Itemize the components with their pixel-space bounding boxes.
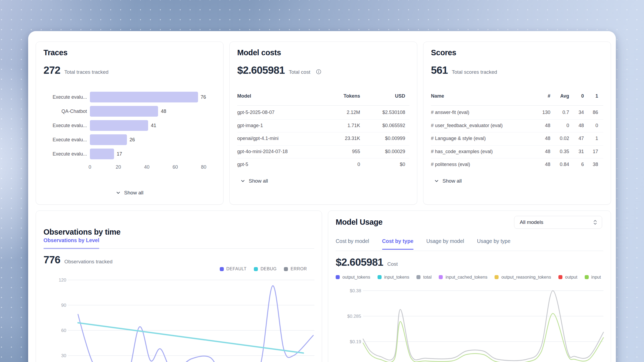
legend-item: DEFAULT xyxy=(220,267,247,271)
table-row[interactable]: gpt-5 0 $0 xyxy=(230,158,417,171)
legend-color-chip xyxy=(439,275,443,279)
model-costs-card: Model costs $2.605981 Total cost Model T… xyxy=(229,42,417,205)
svg-text:30: 30 xyxy=(61,353,66,358)
cell-one: 38 xyxy=(593,162,598,167)
cell-name: # answer-fit (eval) xyxy=(431,110,469,115)
observations-card: Observations by time Observations by Lev… xyxy=(36,210,322,362)
legend-color-chip xyxy=(284,267,288,271)
tabs-divider xyxy=(336,251,603,251)
model-filter-value: All models xyxy=(520,219,543,225)
cell-zero: 47 xyxy=(579,136,584,141)
costs-header-usd: USD xyxy=(395,93,405,99)
model-usage-tabs: Cost by model Cost by type Usage by mode… xyxy=(336,238,603,249)
tab-observations-by-level[interactable]: Observations by Level xyxy=(43,237,99,248)
model-filter-select[interactable]: All models xyxy=(514,216,602,229)
cell-model: gpt-image-1 xyxy=(237,123,263,128)
show-all-label: Show all xyxy=(442,178,462,184)
legend-item: ERROR xyxy=(284,267,307,271)
svg-text:$0.38: $0.38 xyxy=(350,289,361,293)
cell-model: gpt-5 xyxy=(237,162,248,167)
bar-category-label: Execute evalu... xyxy=(43,120,87,131)
model-usage-total-label: Cost xyxy=(387,261,398,267)
chevron-down-icon xyxy=(240,179,245,183)
svg-text:120: 120 xyxy=(59,278,66,283)
traces-total-label: Total traces tracked xyxy=(64,69,109,75)
scores-total-label: Total scores tracked xyxy=(452,69,497,75)
svg-text:$0.285: $0.285 xyxy=(347,314,361,319)
cell-one: 86 xyxy=(593,110,598,115)
info-icon[interactable] xyxy=(316,69,321,75)
legend-color-chip xyxy=(558,275,562,279)
bar xyxy=(90,106,158,117)
show-all-label: Show all xyxy=(249,178,268,184)
costs-show-all-button[interactable]: Show all xyxy=(240,177,268,185)
chevron-down-icon xyxy=(434,179,439,183)
table-row[interactable]: # politeness (eval) 48 0.84 6 38 xyxy=(423,158,611,171)
cell-avg: 0.35 xyxy=(560,149,569,154)
cell-avg: 0.02 xyxy=(560,136,569,141)
observations-legend: DEFAULT DEBUG ERROR xyxy=(220,265,314,273)
bar xyxy=(90,134,127,145)
cell-tokens: 955 xyxy=(352,149,360,154)
scores-header-count: # xyxy=(548,93,550,99)
table-row[interactable]: openai/gpt-4.1-mini 23.31K $0.00999 xyxy=(230,132,417,145)
tab[interactable]: Cost by model xyxy=(336,238,369,249)
row-divider xyxy=(431,119,603,120)
legend-item: input_cached_tokens xyxy=(439,275,487,280)
legend-color-chip xyxy=(495,275,499,279)
svg-text:60: 60 xyxy=(61,328,66,333)
table-row[interactable]: # has_code_examples (eval) 48 0.35 31 17 xyxy=(423,145,611,158)
tab[interactable]: Usage by model xyxy=(426,238,464,249)
bar xyxy=(90,92,198,102)
scores-show-all-button[interactable]: Show all xyxy=(434,177,462,185)
model-usage-total: $2.605981 xyxy=(336,256,383,268)
table-row[interactable]: # answer-fit (eval) 130 0.7 34 86 xyxy=(423,106,611,119)
bar-value-label: 26 xyxy=(130,134,135,145)
legend-item: input_tokens xyxy=(378,275,409,280)
cell-one: 1 xyxy=(595,136,598,141)
cell-count: 48 xyxy=(545,149,550,154)
cell-usd: $0 xyxy=(400,162,405,167)
table-row[interactable]: gpt-4o-mini-2024-07-18 955 $0.00029 xyxy=(230,145,417,158)
cell-tokens: 23.31K xyxy=(345,136,360,141)
legend-color-chip xyxy=(220,267,224,271)
row-divider xyxy=(237,119,409,120)
legend-item: total xyxy=(416,275,431,280)
legend-item: output xyxy=(558,275,577,280)
model-costs-title: Model costs xyxy=(237,48,281,57)
model-usage-legend: output_tokens input_tokens total input_c… xyxy=(336,273,611,281)
legend-label: input_tokens xyxy=(384,275,409,280)
tab[interactable]: Cost by type xyxy=(382,238,414,249)
table-row[interactable]: # user_feedback_evaluator (eval) 48 0 48… xyxy=(423,119,611,132)
legend-label: input xyxy=(591,275,601,280)
scores-header-name: Name xyxy=(431,93,444,99)
model-costs-total-label: Total cost xyxy=(289,69,310,75)
cell-zero: 34 xyxy=(579,110,584,115)
model-costs-total: $2.605981 xyxy=(237,64,285,76)
table-row[interactable]: gpt-5-2025-08-07 2.12M $2.530108 xyxy=(230,106,417,119)
cell-name: # has_code_examples (eval) xyxy=(431,149,493,154)
traces-stat: 272 Total traces tracked xyxy=(43,64,108,76)
cell-name: # Language & style (eval) xyxy=(431,136,486,141)
scores-header-avg: Avg xyxy=(560,93,569,99)
traces-show-all-button[interactable]: Show all xyxy=(116,189,144,197)
table-row[interactable]: gpt-image-1 1.71K $0.065592 xyxy=(230,119,417,132)
costs-header-model: Model xyxy=(237,93,251,99)
x-axis-tick: 20 xyxy=(116,164,121,170)
legend-item: DEBUG xyxy=(254,267,277,271)
costs-table-header: Model Tokens USD xyxy=(230,93,417,101)
legend-item: output_reasoning_tokens xyxy=(495,275,551,280)
table-row[interactable]: # Language & style (eval) 48 0.02 47 1 xyxy=(423,132,611,145)
model-usage-title: Model Usage xyxy=(336,218,382,227)
cell-one: 17 xyxy=(593,149,598,154)
scores-header-one: 1 xyxy=(595,93,598,99)
cell-name: # politeness (eval) xyxy=(431,162,470,167)
bar-value-label: 17 xyxy=(117,149,122,159)
bar-value-label: 48 xyxy=(161,106,166,117)
cell-zero: 6 xyxy=(581,162,584,167)
tab[interactable]: Usage by type xyxy=(477,238,511,249)
cell-tokens: 0 xyxy=(357,162,360,167)
row-divider xyxy=(431,158,603,158)
observations-total: 776 xyxy=(43,254,60,266)
cell-tokens: 2.12M xyxy=(347,110,360,115)
